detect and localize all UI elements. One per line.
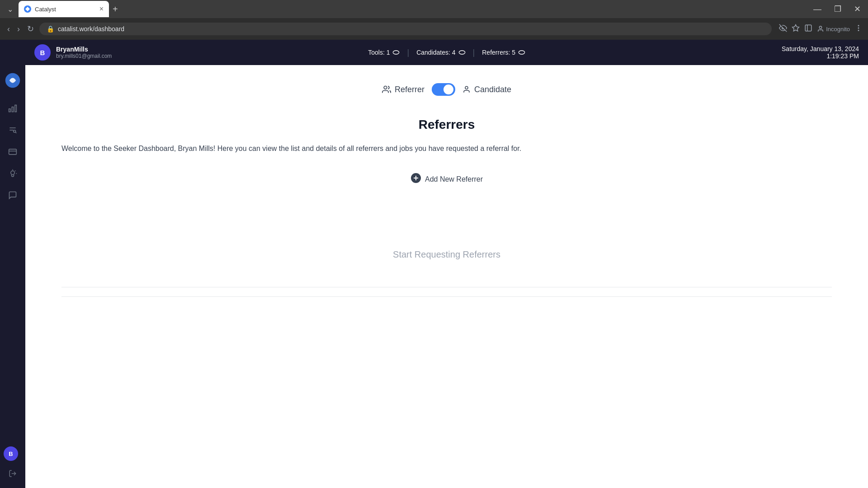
incognito-label: Incognito: [826, 26, 850, 33]
tab-bar: ⌄ Catalyst × + — ❐ ✕: [0, 0, 868, 18]
svg-point-9: [459, 51, 465, 54]
user-email: bry.mills01@gmail.com: [56, 53, 112, 59]
content-inner: Referrer Candidate Referrers: [25, 65, 868, 324]
referrers-label: Referrers: 5: [482, 49, 515, 56]
eye-off-icon[interactable]: [779, 24, 787, 34]
add-new-referrer-label: Add New Referrer: [425, 175, 483, 183]
svg-rect-13: [12, 107, 13, 112]
svg-point-6: [858, 28, 859, 28]
referrer-candidate-toggle[interactable]: [432, 83, 455, 96]
catalyst-logo: [5, 72, 21, 89]
referrers-stat: Referrers: 5: [482, 49, 525, 56]
close-button[interactable]: ✕: [850, 2, 864, 16]
new-tab-button[interactable]: +: [113, 4, 118, 14]
app-header: B BryanMills bry.mills01@gmail.com Tools…: [25, 40, 868, 65]
date-text: Saturday, January 13, 2024: [782, 45, 859, 52]
avatar: B: [34, 44, 51, 61]
candidate-toggle-label: Candidate: [462, 85, 511, 94]
header-datetime: Saturday, January 13, 2024 1:19:23 PM: [782, 45, 859, 60]
svg-line-23: [15, 171, 15, 171]
candidates-label: Candidates: 4: [416, 49, 455, 56]
stat-separator-2: |: [473, 48, 475, 57]
svg-point-5: [858, 25, 859, 26]
svg-point-4: [820, 26, 822, 28]
svg-point-17: [14, 130, 16, 132]
user-info: BryanMills bry.mills01@gmail.com: [56, 46, 112, 59]
forward-button[interactable]: ›: [15, 23, 22, 36]
add-new-referrer-button[interactable]: Add New Referrer: [61, 173, 832, 186]
sidebar-item-cards[interactable]: [4, 143, 22, 161]
svg-point-21: [11, 171, 14, 174]
referrer-toggle-label: Referrer: [382, 85, 425, 94]
toggle-slider: [432, 83, 455, 96]
tools-stat: Tools: 1: [368, 49, 400, 56]
empty-state-text: Start Requesting Referrers: [393, 249, 500, 260]
tab-title: Catalyst: [35, 6, 96, 13]
minimize-button[interactable]: —: [810, 3, 825, 16]
toggle-row: Referrer Candidate: [61, 83, 832, 96]
lock-icon: 🔒: [47, 25, 54, 33]
sidebar-item-messages[interactable]: [4, 186, 22, 204]
tab-switcher[interactable]: ⌄: [4, 3, 17, 15]
svg-point-27: [465, 86, 468, 89]
main-area: Referrer Candidate Referrers: [25, 65, 868, 488]
svg-rect-12: [15, 105, 16, 112]
main-content: Referrer Candidate Referrers: [25, 65, 868, 488]
tab-favicon: [24, 5, 31, 13]
browser-action-buttons: Incognito: [779, 24, 863, 34]
browser-menu-button[interactable]: [854, 24, 863, 34]
svg-marker-1: [793, 25, 799, 31]
tools-icon: [392, 49, 400, 56]
tools-label: Tools: 1: [368, 49, 390, 56]
sidebar-nav: B: [0, 40, 25, 488]
sidebar-user-avatar[interactable]: B: [4, 446, 18, 461]
sidebar-toggle-icon[interactable]: [804, 24, 812, 34]
page-title: Referrers: [61, 117, 832, 132]
sidebar-item-tools[interactable]: [4, 121, 22, 139]
empty-state: Start Requesting Referrers: [61, 222, 832, 287]
star-icon[interactable]: [792, 24, 800, 34]
svg-rect-19: [9, 149, 17, 155]
candidate-icon: [462, 85, 471, 94]
svg-point-8: [393, 51, 399, 54]
svg-point-26: [384, 86, 387, 89]
username: BryanMills: [56, 46, 112, 53]
svg-rect-2: [805, 25, 811, 31]
profile-button[interactable]: Incognito: [817, 25, 850, 33]
sidebar-item-ideas[interactable]: [4, 164, 22, 183]
divider-2: [61, 296, 832, 297]
candidates-icon: [458, 49, 466, 56]
tab-close-button[interactable]: ×: [99, 5, 104, 13]
header-stats: Tools: 1 | Candidates: 4 | Referrers: 5: [368, 48, 525, 57]
add-circle-icon: [410, 173, 421, 186]
header-user: B BryanMills bry.mills01@gmail.com: [34, 44, 112, 61]
referrers-icon: [518, 49, 525, 56]
referrer-icon: [382, 85, 391, 94]
logout-button[interactable]: [4, 465, 22, 483]
svg-point-7: [858, 30, 859, 31]
svg-point-10: [519, 51, 524, 54]
svg-rect-14: [9, 109, 10, 112]
app-container: B BryanMills bry.mills01@gmail.com Tools…: [0, 40, 868, 488]
back-button[interactable]: ‹: [5, 23, 12, 36]
browser-chrome: ⌄ Catalyst × + — ❐ ✕ ‹ › ↻ 🔒 catalist.wo…: [0, 0, 868, 40]
divider-1: [61, 287, 832, 287]
url-text: catalist.work/dashboard: [58, 25, 124, 33]
candidates-stat: Candidates: 4: [416, 49, 465, 56]
address-bar: ‹ › ↻ 🔒 catalist.work/dashboard Incognit…: [0, 18, 868, 40]
refresh-button[interactable]: ↻: [25, 22, 36, 36]
window-controls: — ❐ ✕: [810, 2, 864, 16]
maximize-button[interactable]: ❐: [830, 2, 845, 16]
stat-separator-1: |: [407, 48, 409, 57]
sidebar-bottom: B: [4, 446, 22, 483]
active-tab[interactable]: Catalyst ×: [19, 1, 109, 17]
sidebar-item-analytics[interactable]: [4, 99, 22, 117]
time-text: 1:19:23 PM: [782, 52, 859, 60]
page-description: Welcome to the Seeker Dashboard, Bryan M…: [61, 143, 532, 155]
svg-line-18: [15, 132, 16, 133]
url-bar[interactable]: 🔒 catalist.work/dashboard: [39, 23, 772, 35]
